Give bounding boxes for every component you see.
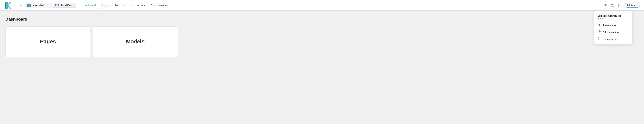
svg-rect-7 [599, 24, 600, 25]
svg-point-5 [612, 6, 613, 6]
models-card[interactable]: Models [93, 26, 178, 57]
preferences-icon [598, 23, 601, 27]
user-chevron-icon: ▾ [637, 4, 638, 6]
cards-container: Pages Models [5, 26, 178, 57]
header-actions: Mickael ▾ [603, 3, 640, 8]
dropdown-header: Mickael Vanhoutte Admin [594, 12, 632, 22]
nav-tab-dashboard[interactable]: Dashboard [81, 2, 98, 8]
dropdown-preferences[interactable]: Préférences [594, 22, 632, 29]
logo[interactable] [4, 1, 12, 10]
user-dropdown-menu: Mickael Vanhoutte Admin Préférences Admi… [594, 11, 632, 44]
env-selector[interactable]: XP Par défaut ▾ [53, 3, 76, 8]
preview-icon[interactable] [603, 3, 608, 8]
site-initial: S [27, 4, 31, 7]
home-icon[interactable]: ⌂ [19, 3, 23, 8]
nav-tab-administration[interactable]: Administration [148, 2, 169, 8]
administration-label: Administration [603, 31, 618, 34]
logout-icon [598, 37, 601, 41]
logout-label: Déconnexion [603, 38, 617, 40]
main-nav: Dashboard Pages Modèles Composants Admin… [81, 2, 603, 8]
dropdown-administration[interactable]: Administration [594, 29, 632, 36]
user-menu-button[interactable]: Mickael ▾ [625, 3, 640, 8]
svg-point-10 [599, 31, 600, 32]
site-selector[interactable]: S Leroy Merlin... ▾ [25, 3, 52, 8]
nav-tab-composants[interactable]: Composants [128, 2, 148, 8]
administration-icon [598, 30, 601, 34]
page-title: Dashboard [5, 17, 639, 22]
dropdown-logout[interactable]: Déconnexion [594, 36, 632, 42]
dropdown-username: Mickael Vanhoutte [598, 14, 629, 17]
xp-badge: XP [55, 4, 60, 6]
svg-marker-1 [5, 1, 6, 9]
svg-rect-9 [599, 25, 600, 26]
header-divider [17, 3, 17, 8]
env-name: Par défaut [60, 4, 72, 7]
user-label: Mickael [627, 4, 636, 7]
help-icon[interactable] [610, 3, 615, 8]
main-content: Dashboard Pages Models [0, 11, 644, 63]
dropdown-role: Admin [598, 17, 629, 20]
chat-icon[interactable] [617, 3, 622, 8]
pages-card[interactable]: Pages [5, 26, 90, 57]
svg-rect-6 [598, 24, 599, 25]
svg-rect-8 [598, 25, 599, 26]
pages-card-title: Pages [40, 39, 56, 45]
env-chevron-icon: ▾ [73, 4, 74, 6]
logo-icon [4, 1, 12, 10]
nav-tab-pages[interactable]: Pages [99, 2, 112, 8]
site-chevron-icon: ▾ [49, 4, 50, 6]
site-name: Leroy Merlin... [32, 4, 48, 7]
models-card-title: Models [126, 39, 144, 45]
svg-point-3 [605, 5, 606, 6]
svg-point-2 [604, 4, 606, 6]
nav-tab-modeles[interactable]: Modèles [112, 2, 127, 8]
preferences-label: Préférences [603, 24, 616, 27]
app-header: ⌂ S Leroy Merlin... ▾ XP Par défaut ▾ Da… [0, 0, 644, 11]
